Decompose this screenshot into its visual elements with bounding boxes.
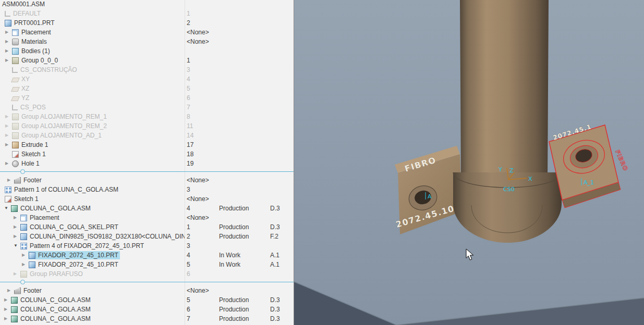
expand-arrow-icon[interactable]: ▶: [3, 305, 10, 314]
tree-row[interactable]: ▶Group 0_0_01: [0, 56, 294, 65]
tree-item-label[interactable]: XY: [21, 76, 30, 83]
tree-item-label[interactable]: COLUNA_C_GOLA.ASM: [20, 296, 91, 304]
tree-item-label[interactable]: Extrude 1: [21, 141, 48, 148]
tree-item-label[interactable]: Group ALOJAMENTO_REM_1: [21, 113, 107, 120]
insert-indicator-line: [0, 171, 294, 172]
3d-viewport[interactable]: FIBRO 2072.45.10 2072.45.1 FIBRO A: [294, 0, 644, 325]
tree-item-label[interactable]: Hole 1: [21, 160, 40, 167]
expand-arrow-icon[interactable]: ▶: [4, 121, 11, 131]
3d-scene[interactable]: FIBRO 2072.45.10 2072.45.1 FIBRO A: [294, 0, 644, 325]
tree-row[interactable]: YZ6: [0, 93, 294, 103]
tree-item-label[interactable]: COLUNA_C_GOLA_SKEL.PRT: [30, 223, 118, 231]
tree-row[interactable]: PRT0001.PRT2: [0, 18, 294, 28]
tree-row[interactable]: ▶Placement<None>: [0, 213, 294, 222]
tree-row[interactable]: ▶COLUNA_C_GOLA_SKEL.PRT1ProductionD.3: [0, 222, 294, 232]
tree-item-label[interactable]: CS_POS: [20, 104, 46, 111]
tree-item-label[interactable]: FIXADOR_2072_45_10.PRT: [38, 252, 118, 259]
item-status: In Work: [219, 252, 240, 259]
tree-item-label[interactable]: Bodies (1): [21, 47, 50, 55]
expand-arrow-icon[interactable]: ▶: [4, 112, 11, 121]
tree-row[interactable]: XZ5: [0, 84, 294, 93]
tree-item-label[interactable]: COLUNA_C_GOLA.ASM: [20, 205, 91, 212]
tree-item-label[interactable]: FIXADOR_2072_45_10.PRT: [38, 261, 118, 268]
tree-item-label[interactable]: XZ: [21, 85, 29, 92]
expand-arrow-icon[interactable]: ▶: [4, 131, 11, 140]
tree-item-label[interactable]: Placement: [21, 29, 51, 36]
tree-row[interactable]: ▶Hole 119: [0, 159, 294, 168]
column-part[interactable]: [460, 0, 549, 178]
tree-row[interactable]: ▶Footer<None>: [0, 286, 294, 295]
tree-row[interactable]: ▶COLUNA_C_GOLA.ASM5ProductionD.3: [0, 295, 294, 305]
expand-arrow-icon[interactable]: ▶: [6, 286, 14, 295]
expand-arrow-icon[interactable]: ▶: [13, 269, 20, 279]
tree-item-label[interactable]: Pattern 4 of FIXADOR_2072_45_10.PRT: [30, 242, 144, 249]
model-tree-root[interactable]: ASM0001.ASM: [0, 0, 294, 9]
expand-arrow-icon[interactable]: ▶: [4, 140, 11, 149]
expand-arrow-icon[interactable]: ▶: [4, 46, 11, 56]
collapse-arrow-icon[interactable]: ▼: [3, 204, 10, 213]
tree-row[interactable]: CS_CONSTRUÇÃO3: [0, 65, 294, 74]
expand-arrow-icon[interactable]: ▶: [13, 222, 20, 232]
tree-item-label[interactable]: CS_CONSTRUÇÃO: [20, 66, 77, 73]
tree-item-label[interactable]: Footer: [23, 287, 42, 294]
expand-arrow-icon[interactable]: ▶: [13, 232, 20, 241]
tree-row[interactable]: ▶COLUNA_C_GOLA.ASM7ProductionD.3: [0, 314, 294, 323]
expand-arrow-icon[interactable]: ▶: [3, 295, 10, 305]
tree-row[interactable]: Sketch 1<None>: [0, 194, 294, 204]
tree-item-label[interactable]: COLUNA_C_GOLA.ASM: [20, 315, 91, 322]
expand-arrow-icon[interactable]: ▶: [21, 251, 28, 260]
tree-item-label[interactable]: Footer: [23, 177, 42, 184]
tree-row[interactable]: ▼Pattern 4 of FIXADOR_2072_45_10.PRT3: [0, 241, 294, 251]
insert-indicator-handle[interactable]: [20, 280, 25, 284]
tree-row[interactable]: ▶Materials<None>: [0, 37, 294, 46]
expand-arrow-icon[interactable]: ▶: [4, 159, 11, 168]
tree-item-label[interactable]: Group ALOJAMENTO_REM_2: [21, 122, 107, 130]
expand-arrow-icon[interactable]: ▶: [21, 260, 28, 269]
item-number: 4: [187, 205, 190, 212]
tree-row[interactable]: ▶FIXADOR_2072_45_10.PRT5In WorkA.1: [0, 260, 294, 269]
tree-item-label[interactable]: Group 0_0_0: [21, 57, 58, 64]
expand-arrow-icon[interactable]: ▶: [3, 314, 10, 323]
tree-row[interactable]: ▶Footer<None>: [0, 176, 294, 185]
insert-indicator-handle[interactable]: [20, 169, 25, 174]
expand-arrow-icon[interactable]: ▶: [6, 176, 14, 185]
tree-item-label[interactable]: Sketch 1: [21, 151, 46, 158]
tree-row[interactable]: Sketch 118: [0, 149, 294, 159]
tree-row[interactable]: ▶Extrude 117: [0, 140, 294, 149]
expand-arrow-icon[interactable]: ▶: [4, 28, 11, 37]
tree-row[interactable]: ▶Group ALOJAMENTO_AD_114: [0, 131, 294, 140]
expand-arrow-icon[interactable]: ▶: [4, 37, 11, 46]
tree-row[interactable]: ▶Group ALOJAMENTO_REM_211: [0, 121, 294, 131]
tree-row[interactable]: CS_POS7: [0, 103, 294, 112]
tree-row[interactable]: ▶Bodies (1): [0, 46, 294, 56]
tree-row[interactable]: ▶COLUNA_DIN9825_ISO9182_D32X180<COLUNA_D…: [0, 232, 294, 241]
insert-indicator[interactable]: [0, 168, 294, 176]
datum-tag-a1[interactable]: A_1: [581, 178, 594, 186]
tree-item-label[interactable]: COLUNA_DIN9825_ISO9182_D32X180<COLUNA_DI…: [30, 233, 185, 240]
tree-item-label[interactable]: DEFAULT: [13, 10, 41, 17]
tree-row[interactable]: ▶Group PARAFUSO6: [0, 269, 294, 279]
tree-row[interactable]: ▶COLUNA_C_GOLA.ASM6ProductionD.3: [0, 305, 294, 314]
tree-item-label[interactable]: YZ: [21, 94, 29, 102]
tree-row[interactable]: ▶FIXADOR_2072_45_10.PRT4In WorkA.1: [0, 251, 294, 260]
tree-item-label[interactable]: Placement: [30, 214, 59, 221]
tree-item-label[interactable]: Group ALOJAMENTO_AD_1: [21, 132, 102, 139]
tree-item-label[interactable]: COLUNA_C_GOLA.ASM: [20, 306, 91, 313]
collapse-arrow-icon[interactable]: ▼: [13, 241, 20, 251]
tree-row[interactable]: DEFAULT1: [0, 9, 294, 18]
tree-row[interactable]: ▼COLUNA_C_GOLA.ASM4ProductionD.3: [0, 204, 294, 213]
tree-item-label[interactable]: Sketch 1: [14, 195, 39, 203]
tree-item-cell: CS_POS: [11, 103, 47, 111]
tree-row[interactable]: Pattern 1 of COLUNA_C_GOLA.ASM3: [0, 185, 294, 194]
tree-row[interactable]: ▶Group ALOJAMENTO_REM_18: [0, 112, 294, 121]
expand-arrow-icon[interactable]: ▶: [4, 56, 11, 65]
tree-item-label[interactable]: Pattern 1 of COLUNA_C_GOLA.ASM: [14, 186, 118, 193]
tree-item-label[interactable]: PRT0001.PRT: [14, 19, 55, 27]
tree-item-label[interactable]: Materials: [21, 38, 47, 45]
tree-row[interactable]: XY4: [0, 74, 294, 84]
expand-arrow-icon[interactable]: ▶: [13, 213, 20, 222]
tree-row[interactable]: ▶Placement<None>: [0, 28, 294, 37]
tree-item-cell: FIXADOR_2072_45_10.PRT: [28, 260, 120, 269]
insert-indicator[interactable]: [0, 279, 294, 286]
tree-item-label[interactable]: Group PARAFUSO: [30, 270, 83, 278]
